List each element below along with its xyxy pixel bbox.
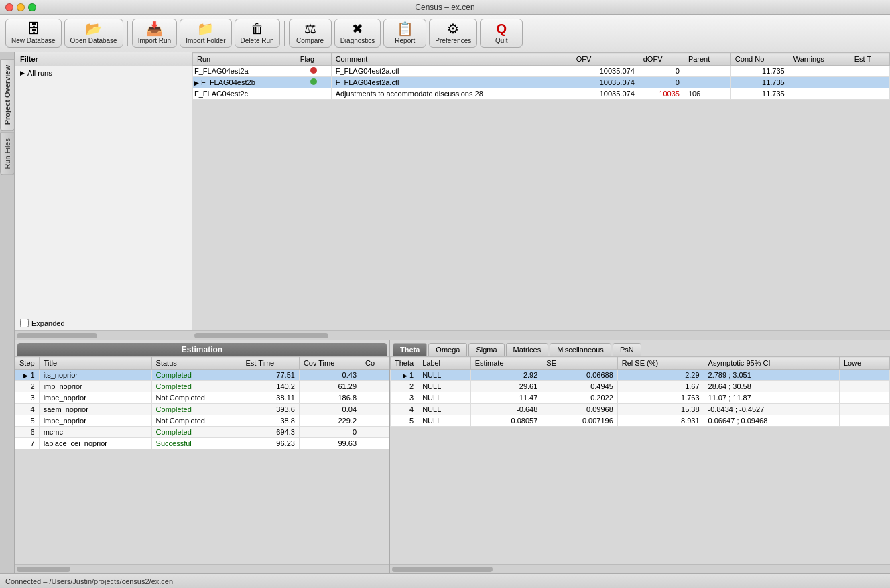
theta-row-estimate: 11.47 — [470, 392, 542, 404]
theta-row-se: 0.4945 — [542, 381, 618, 392]
row-flag — [296, 88, 331, 100]
row-arrow: F_FLAG04est2c — [193, 88, 296, 100]
quit-button[interactable]: Q Quit — [480, 19, 523, 48]
estimation-row[interactable]: 4saem_nopriorCompleted393.60.04 — [15, 404, 389, 415]
est-row-cov-time: 99.63 — [299, 438, 361, 449]
est-row-step: 4 — [15, 404, 40, 415]
theta-col-estimate[interactable]: Estimate — [470, 357, 542, 370]
row-comment: F_FLAG04est2a.ctl — [331, 77, 572, 88]
col-cond-no[interactable]: Cond No — [730, 53, 789, 66]
est-row-title: impe_noprior — [39, 392, 151, 404]
estimation-hscrollbar-thumb — [17, 567, 70, 572]
theta-col-label[interactable]: Label — [418, 357, 471, 370]
tab-psn[interactable]: PsN — [613, 343, 641, 356]
theta-col-ci[interactable]: Asymptotic 95% CI — [704, 357, 839, 370]
theta-row[interactable]: 5NULL0.080570.0071968.9310.06647 ; 0.094… — [391, 415, 890, 427]
est-row-est-time: 140.2 — [241, 381, 299, 392]
tab-matrices[interactable]: Matrices — [506, 343, 549, 356]
compare-button[interactable]: ⚖ Compare — [289, 19, 332, 48]
row-warnings — [789, 88, 850, 100]
theta-row-theta: ▶ 1 — [391, 370, 418, 381]
sidebar-item-project-overview[interactable]: Project Overview — [0, 59, 15, 131]
theta-table-area[interactable]: Theta Label Estimate SE Rel SE (%) Asymp… — [390, 356, 890, 564]
maximize-button[interactable] — [28, 3, 36, 11]
estimation-hscrollbar[interactable] — [15, 564, 389, 573]
theta-col-rel-se[interactable]: Rel SE (%) — [617, 357, 704, 370]
import-run-button[interactable]: 📥 Import Run — [132, 19, 177, 48]
tab-theta[interactable]: Theta — [393, 343, 427, 356]
quit-icon: Q — [496, 22, 507, 35]
theta-col-lowe[interactable]: Lowe — [839, 357, 889, 370]
estimation-row[interactable]: 6mcmcCompleted694.30 — [15, 427, 389, 438]
close-button[interactable] — [5, 3, 13, 11]
row-cond-no: 11.735 — [730, 77, 789, 88]
est-col-est-time[interactable]: Est Time — [241, 357, 299, 370]
open-database-button[interactable]: 📂 Open Database — [64, 19, 123, 48]
theta-row[interactable]: 2NULL29.610.49451.6728.64 ; 30.58 — [391, 381, 890, 392]
col-comment[interactable]: Comment — [331, 53, 572, 66]
theta-col-se[interactable]: SE — [542, 357, 618, 370]
theta-row-rel-se: 2.29 — [617, 370, 704, 381]
tab-miscellaneous[interactable]: Miscellaneous — [550, 343, 611, 356]
toolbar: 🗄 New Database 📂 Open Database 📥 Import … — [0, 15, 890, 52]
estimation-row[interactable]: ▶ 1its_nopriorCompleted77.510.43 — [15, 370, 389, 381]
row-ofv: 10035.074 — [572, 66, 639, 77]
est-row-step: 2 — [15, 381, 40, 392]
delete-run-button[interactable]: 🗑 Delete Run — [235, 19, 280, 48]
est-row-cov-time: 0.43 — [299, 370, 361, 381]
run-table-scroll[interactable]: Run Flag Comment OFV dOFV Parent Cond No… — [192, 52, 890, 330]
theta-row[interactable]: 4NULL-0.6480.0996815.38-0.8434 ; -0.4527 — [391, 404, 890, 415]
col-ofv[interactable]: OFV — [572, 53, 639, 66]
table-row[interactable]: ▶ F_FLAG04est2bF_FLAG04est2a.ctl10035.07… — [193, 77, 890, 88]
est-col-title[interactable]: Title — [39, 357, 151, 370]
upper-section: Filter ▶ All runs Expanded — [15, 52, 890, 340]
theta-row[interactable]: ▶ 1NULL2.920.066882.292.789 ; 3.051 — [391, 370, 890, 381]
row-ofv: 10035.074 — [572, 88, 639, 100]
est-col-status[interactable]: Status — [151, 357, 241, 370]
preferences-button[interactable]: ⚙ Preferences — [429, 19, 477, 48]
theta-col-theta[interactable]: Theta — [391, 357, 418, 370]
theta-row-ci: 2.789 ; 3.051 — [704, 370, 839, 381]
row-est-t — [850, 88, 889, 100]
report-button[interactable]: 📋 Report — [383, 19, 426, 48]
estimation-row[interactable]: 5impe_nopriorNot Completed38.8229.2 — [15, 415, 389, 427]
estimation-table-area[interactable]: Step Title Status Est Time Cov Time Co ▶… — [15, 356, 389, 564]
est-col-co[interactable]: Co — [361, 357, 389, 370]
col-parent[interactable]: Parent — [684, 53, 730, 66]
import-folder-button[interactable]: 📁 Import Folder — [180, 19, 231, 48]
expanded-label: Expanded — [31, 319, 65, 327]
col-flag[interactable]: Flag — [296, 53, 331, 66]
theta-row[interactable]: 3NULL11.470.20221.76311.07 ; 11.87 — [391, 392, 890, 404]
sidebar-item-run-files[interactable]: Run Files — [0, 132, 15, 175]
est-col-step[interactable]: Step — [15, 357, 40, 370]
col-est-t[interactable]: Est T — [850, 53, 889, 66]
est-row-title: its_noprior — [39, 370, 151, 381]
content-area: Filter ▶ All runs Expanded — [15, 52, 890, 573]
row-parent: 106 — [684, 88, 730, 100]
col-dofv[interactable]: dOFV — [639, 53, 684, 66]
theta-hscrollbar[interactable] — [390, 564, 890, 573]
run-table-hscrollbar[interactable] — [192, 330, 890, 340]
import-folder-icon: 📁 — [197, 22, 214, 35]
est-row-co — [361, 415, 389, 427]
table-row[interactable]: F_FLAG04est2aF_FLAG04est2a.ctl10035.0740… — [193, 66, 890, 77]
minimize-button[interactable] — [17, 3, 25, 11]
est-row-step: 6 — [15, 427, 40, 438]
row-arrow: ▶ F_FLAG04est2b — [193, 77, 296, 88]
filter-scrollbar[interactable] — [15, 330, 192, 340]
diagnostics-button[interactable]: ✖ Diagnostics — [334, 19, 381, 48]
theta-panel: Theta Omega Sigma Matrices Miscellaneous… — [390, 340, 890, 573]
estimation-row[interactable]: 3impe_nopriorNot Completed38.11186.8 — [15, 392, 389, 404]
filter-all-runs[interactable]: ▶ All runs — [15, 66, 192, 80]
expanded-checkbox[interactable] — [20, 319, 29, 327]
col-run[interactable]: Run — [193, 53, 296, 66]
col-warnings[interactable]: Warnings — [789, 53, 850, 66]
tab-omega[interactable]: Omega — [428, 343, 467, 356]
new-database-icon: 🗄 — [27, 22, 40, 35]
table-row[interactable]: F_FLAG04est2cAdjustments to accommodate … — [193, 88, 890, 100]
tab-sigma[interactable]: Sigma — [468, 343, 504, 356]
new-database-button[interactable]: 🗄 New Database — [5, 19, 62, 48]
est-col-cov-time[interactable]: Cov Time — [299, 357, 361, 370]
estimation-row[interactable]: 7laplace_cei_nopriorSuccessful96.2399.63 — [15, 438, 389, 449]
estimation-row[interactable]: 2imp_nopriorCompleted140.261.29 — [15, 381, 389, 392]
